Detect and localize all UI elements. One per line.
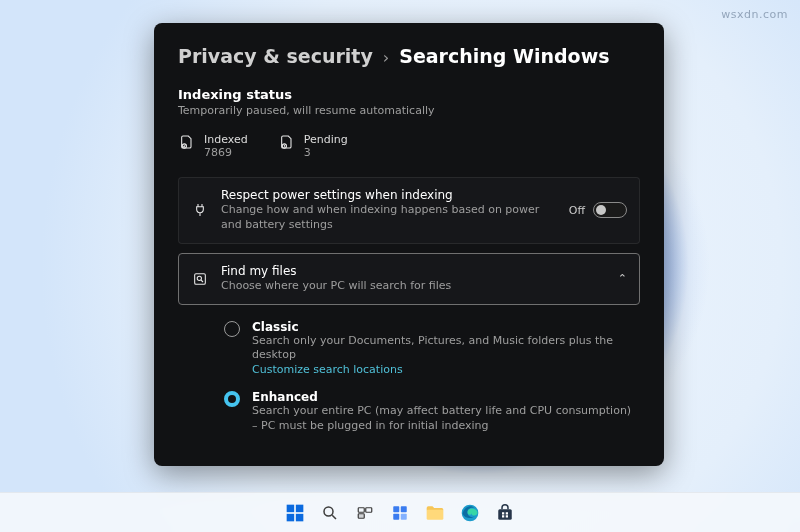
radio-enhanced[interactable] <box>224 391 240 407</box>
svg-rect-4 <box>287 504 295 512</box>
svg-rect-10 <box>366 507 372 512</box>
find-title: Find my files <box>221 264 606 278</box>
svg-rect-16 <box>427 509 444 519</box>
stat-pending-label: Pending <box>304 133 348 146</box>
svg-rect-20 <box>506 512 508 514</box>
store-button[interactable] <box>491 499 519 527</box>
option-classic[interactable]: Classic Search only your Documents, Pict… <box>224 320 636 377</box>
edge-button[interactable] <box>456 499 484 527</box>
clock-icon <box>278 133 296 151</box>
search-file-icon <box>191 270 209 288</box>
stat-indexed-value: 7869 <box>204 146 248 159</box>
breadcrumb: Privacy & security › Searching Windows <box>178 45 640 67</box>
power-toggle-state: Off <box>569 204 585 217</box>
file-explorer-button[interactable] <box>421 499 449 527</box>
svg-rect-11 <box>358 513 364 518</box>
power-toggle[interactable] <box>593 202 627 218</box>
indexing-status-title: Indexing status <box>178 87 640 102</box>
svg-rect-21 <box>502 515 504 517</box>
indexing-status-subtitle: Temporarily paused, will resume automati… <box>178 104 640 119</box>
svg-rect-19 <box>502 512 504 514</box>
breadcrumb-parent[interactable]: Privacy & security <box>178 45 373 67</box>
svg-point-8 <box>324 507 333 516</box>
radio-classic[interactable] <box>224 321 240 337</box>
widgets-button[interactable] <box>386 499 414 527</box>
svg-rect-15 <box>401 513 407 519</box>
task-view-button[interactable] <box>351 499 379 527</box>
svg-rect-22 <box>506 515 508 517</box>
chevron-up-icon: ⌃ <box>618 272 627 285</box>
svg-rect-2 <box>195 273 206 284</box>
database-check-icon <box>178 133 196 151</box>
find-my-files-row[interactable]: Find my files Choose where your PC will … <box>178 253 640 305</box>
indexing-status-section: Indexing status Temporarily paused, will… <box>178 87 640 159</box>
power-settings-row[interactable]: Respect power settings when indexing Cha… <box>178 177 640 244</box>
stat-pending: Pending 3 <box>278 133 348 159</box>
stat-indexed-label: Indexed <box>204 133 248 146</box>
option-enhanced[interactable]: Enhanced Search your entire PC (may affe… <box>224 390 636 434</box>
customize-search-locations-link[interactable]: Customize search locations <box>252 363 632 376</box>
find-options: Classic Search only your Documents, Pict… <box>178 314 640 452</box>
option-classic-title: Classic <box>252 320 632 334</box>
find-subtitle: Choose where your PC will search for fil… <box>221 279 606 294</box>
option-enhanced-desc: Search your entire PC (may affect batter… <box>252 404 632 434</box>
power-title: Respect power settings when indexing <box>221 188 557 202</box>
svg-point-3 <box>197 276 201 280</box>
svg-rect-14 <box>393 513 399 519</box>
svg-rect-5 <box>296 504 304 512</box>
option-classic-desc: Search only your Documents, Pictures, an… <box>252 334 632 364</box>
svg-rect-6 <box>287 513 295 521</box>
search-button[interactable] <box>316 499 344 527</box>
stat-indexed: Indexed 7869 <box>178 133 248 159</box>
taskbar <box>0 492 800 532</box>
watermark: wsxdn.com <box>721 8 788 21</box>
power-subtitle: Change how and when indexing happens bas… <box>221 203 557 233</box>
svg-rect-12 <box>393 506 399 512</box>
stat-pending-value: 3 <box>304 146 348 159</box>
plug-icon <box>191 201 209 219</box>
svg-rect-13 <box>401 506 407 512</box>
svg-rect-7 <box>296 513 304 521</box>
chevron-right-icon: › <box>383 48 389 67</box>
option-enhanced-title: Enhanced <box>252 390 632 404</box>
breadcrumb-current: Searching Windows <box>399 45 609 67</box>
settings-panel: Privacy & security › Searching Windows I… <box>154 23 664 466</box>
svg-rect-9 <box>358 507 364 512</box>
svg-rect-18 <box>498 509 512 520</box>
start-button[interactable] <box>281 499 309 527</box>
